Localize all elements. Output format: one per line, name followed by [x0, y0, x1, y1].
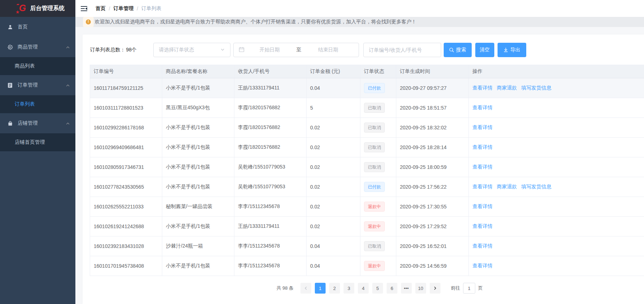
- action-link-查看详情[interactable]: 查看详情: [472, 263, 493, 268]
- prev-page-button[interactable]: [300, 283, 311, 294]
- sidebar-item-店铺管理[interactable]: 店铺管理: [0, 113, 75, 133]
- page-button-1[interactable]: 1: [315, 283, 326, 294]
- cell-amount: 0.02: [307, 177, 360, 197]
- status-tag-已取消: 已取消: [364, 241, 385, 251]
- date-end-input[interactable]: 结束日期: [303, 47, 354, 53]
- status-tag-已取消: 已取消: [364, 142, 385, 152]
- action-link-查看详情[interactable]: 查看详情: [472, 164, 493, 170]
- page-more-button[interactable]: •••: [401, 283, 412, 294]
- cell-product: 小米不是手机/1包装: [162, 118, 234, 138]
- column-header-商品名称/套餐名称: 商品名称/套餐名称: [162, 65, 234, 78]
- cell-created-time: 2020-09-25 17:30:55: [396, 197, 469, 217]
- status-tag-已取消: 已取消: [364, 103, 385, 113]
- sidebar-subitem-订单列表[interactable]: 订单列表: [0, 95, 75, 113]
- action-link-查看详情[interactable]: 查看详情: [472, 243, 493, 249]
- cell-actions: 查看详情商家退款填写发货信息: [469, 177, 644, 197]
- cell-actions: 查看详情: [469, 138, 644, 157]
- action-link-查看详情[interactable]: 查看详情: [472, 105, 493, 110]
- cell-created-time: 2020-09-25 18:00:59: [396, 157, 469, 177]
- sidebar-item-label: 订单管理: [18, 82, 38, 88]
- date-separator: 至: [295, 47, 303, 53]
- cell-amount: 0.02: [307, 217, 360, 236]
- date-range-picker[interactable]: 开始日期 至 结束日期: [233, 43, 359, 57]
- cell-order-no: 160102969409686481: [90, 138, 162, 157]
- clear-button[interactable]: 清空: [475, 43, 494, 57]
- sidebar-item-订单管理[interactable]: 订单管理: [0, 75, 75, 95]
- filter-toolbar: 订单列表总数：98个 请选择订单状态 开始日期 至 结束日期: [90, 43, 644, 57]
- cell-receiver: 李霞/18201576882: [234, 118, 307, 138]
- page-button-2[interactable]: 2: [329, 283, 340, 294]
- jump-page-input[interactable]: [463, 283, 475, 294]
- export-button[interactable]: 导出: [498, 43, 526, 57]
- action-link-查看详情[interactable]: 查看详情: [472, 85, 493, 91]
- table-row: 160102778243530565小米不是手机/1包装吴乾峰/15510779…: [90, 177, 644, 197]
- cell-product: 小米不是手机/1包装: [162, 157, 234, 177]
- action-link-查看详情[interactable]: 查看详情: [472, 223, 493, 229]
- action-link-查看详情[interactable]: 查看详情: [472, 203, 493, 209]
- action-link-商家退款[interactable]: 商家退款: [497, 85, 517, 91]
- cell-receiver: 王皓/13331179411: [234, 78, 307, 98]
- sidebar-item-首页[interactable]: 首页: [0, 17, 75, 37]
- cell-actions: 查看详情: [469, 217, 644, 236]
- sidebar-item-商品管理[interactable]: 商品管理: [0, 37, 75, 57]
- app-logo-bar: ★ G 后台管理系统: [0, 0, 75, 17]
- bag-icon: [7, 120, 13, 126]
- order-status-placeholder: 请选择订单状态: [159, 47, 194, 53]
- action-link-查看详情[interactable]: 查看详情: [472, 144, 493, 150]
- cell-actions: 查看详情: [469, 98, 644, 118]
- main-area: 首页/订单管理/订单列表 ! 欢迎加入戎归星选电商平台，戎归星选电商平台致力于帮…: [75, 0, 644, 304]
- cell-status: 退款中: [360, 217, 396, 236]
- order-status-select[interactable]: 请选择订单状态: [153, 43, 230, 57]
- keyword-input[interactable]: [363, 43, 441, 57]
- next-page-button[interactable]: [430, 283, 440, 294]
- cell-amount: 0.02: [307, 138, 360, 157]
- pagination-total: 共 98 条: [276, 285, 294, 291]
- notice-bar: ! 欢迎加入戎归星选电商平台，戎归星选电商平台致力于帮助农商商户、个体户打开销售…: [75, 17, 644, 27]
- app-title: 后台管理系统: [30, 5, 65, 12]
- action-link-填写发货信息[interactable]: 填写发货信息: [521, 184, 551, 189]
- sidebar-subitem-店铺首页管理[interactable]: 店铺首页管理: [0, 133, 75, 151]
- calendar-icon: [239, 47, 244, 54]
- content-background: 订单列表总数：98个 请选择订单状态 开始日期 至 结束日期: [75, 27, 644, 304]
- cell-status: 退款中: [360, 197, 396, 217]
- cell-amount: 0.02: [307, 157, 360, 177]
- cell-created-time: 2020-09-25 18:51:57: [396, 98, 469, 118]
- hamburger-icon[interactable]: [75, 0, 93, 17]
- cell-order-no: 160102992286178168: [90, 118, 162, 138]
- brand-logo-icon: ★ G: [16, 4, 25, 14]
- status-tag-退款中: 退款中: [364, 261, 385, 271]
- cell-actions: 查看详情: [469, 256, 644, 276]
- sidebar-item-label: 商品管理: [18, 44, 38, 50]
- cell-status: 已取消: [360, 236, 396, 256]
- cell-actions: 查看详情: [469, 236, 644, 256]
- table-row: 160103111728801523黑豆/黑豆450gX3包李霞/1820157…: [90, 98, 644, 118]
- page-button-6[interactable]: 6: [387, 283, 397, 294]
- action-link-查看详情[interactable]: 查看详情: [472, 184, 493, 189]
- table-row: 160102992286178168小米不是手机/1包装李霞/182015768…: [90, 118, 644, 138]
- page-button-3[interactable]: 3: [344, 283, 354, 294]
- cell-status: 已付款: [360, 78, 396, 98]
- column-header-订单状态: 订单状态: [360, 65, 396, 78]
- column-header-操作: 操作: [469, 65, 644, 78]
- page-button-10[interactable]: 10: [415, 283, 426, 294]
- column-header-订单编号: 订单编号: [90, 65, 162, 78]
- action-link-商家退款[interactable]: 商家退款: [497, 184, 517, 189]
- breadcrumb-separator: /: [137, 6, 138, 11]
- search-button[interactable]: 搜索: [444, 43, 472, 57]
- sidebar-item-label: 店铺管理: [18, 120, 38, 126]
- sidebar-subitem-商品列表[interactable]: 商品列表: [0, 57, 75, 75]
- page-button-5[interactable]: 5: [372, 283, 383, 294]
- cell-order-no: 160101701945738408: [90, 256, 162, 276]
- chevron-up-icon: [66, 46, 69, 49]
- page-button-4[interactable]: 4: [358, 283, 369, 294]
- breadcrumb-item-首页[interactable]: 首页: [95, 5, 106, 12]
- breadcrumb-item-订单管理[interactable]: 订单管理: [113, 5, 134, 12]
- cell-order-no: 160103111728801523: [90, 98, 162, 118]
- table-row: 160102625552211033秘制酱菜/一罐品尝装李李/151123456…: [90, 197, 644, 217]
- action-link-查看详情[interactable]: 查看详情: [472, 124, 493, 130]
- status-tag-已付款: 已付款: [364, 182, 385, 192]
- date-start-input[interactable]: 开始日期: [244, 47, 295, 53]
- action-link-填写发货信息[interactable]: 填写发货信息: [521, 85, 551, 91]
- sidebar: ★ G 后台管理系统 首页 商品管理 商品列表 订单管理 订单列表 店铺管理: [0, 0, 75, 304]
- cell-created-time: 2020-09-27 09:57:27: [396, 78, 469, 98]
